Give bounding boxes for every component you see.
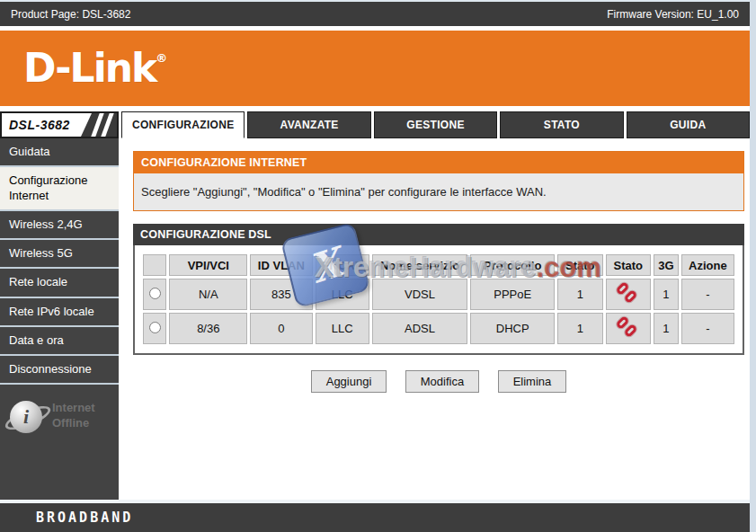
cell-azione: - <box>681 279 734 310</box>
router-admin-page: Product Page: DSL-3682 Firmware Version:… <box>0 0 750 532</box>
tab-stato[interactable]: STATO <box>500 111 623 138</box>
tab-guida[interactable]: GUIDA <box>627 111 750 138</box>
registered-mark: ® <box>156 51 167 65</box>
table-row: N/A 835 LLC VDSL PPPoE 1 1 - <box>143 279 734 310</box>
model-label: DSL-3682 <box>9 118 70 132</box>
col-select <box>143 254 166 276</box>
sidebar-item-guidata[interactable]: Guidata <box>0 138 119 165</box>
table-header-row: VPI/VCI ID VLAN ENCAP Nome servizio Prot… <box>143 254 734 276</box>
sidebar-nav: Guidata Configurazione Internet Wireless… <box>0 138 119 500</box>
broken-link-icon <box>618 282 639 304</box>
cell-encap: LLC <box>316 313 369 344</box>
section-title-dsl: CONFIGURAZIONE DSL <box>133 224 744 245</box>
broken-link-icon <box>618 316 639 338</box>
section-configurazione-internet: CONFIGURAZIONE INTERNET Scegliere "Aggiu… <box>133 151 744 211</box>
section-description: Scegliere "Aggiungi", "Modifica" o "Elim… <box>134 173 743 210</box>
cell-encap: LLC <box>316 279 369 310</box>
wan-table-container: VPI/VCI ID VLAN ENCAP Nome servizio Prot… <box>133 245 744 355</box>
sidebar-item-rete-ipv6-locale[interactable]: Rete IPv6 locale <box>0 298 119 325</box>
cell-stato: 1 <box>557 279 603 310</box>
cell-protocollo: PPPoE <box>470 279 555 310</box>
cell-link-status <box>606 313 652 344</box>
tab-configurazione[interactable]: CONFIGURAZIONE <box>121 111 245 138</box>
col-stato-2: Stato <box>606 254 652 276</box>
modifica-button[interactable]: Modifica <box>405 370 479 393</box>
elimina-button[interactable]: Elimina <box>498 370 567 393</box>
main-nav-tabs: DSL-3682 CONFIGURAZIONE AVANZATE GESTION… <box>0 111 750 138</box>
cell-nome-servizio: VDSL <box>372 279 468 310</box>
brand-header: D-Link® <box>0 31 750 106</box>
globe-info-icon: i <box>7 397 49 437</box>
col-encap: ENCAP <box>316 254 369 276</box>
dlink-logo: D-Link® <box>23 49 167 88</box>
product-page-label: Product Page: DSL-3682 <box>11 8 130 21</box>
table-row: 8/36 0 LLC ADSL DHCP 1 1 - <box>143 313 734 344</box>
footer-bar: BROADBAND <box>0 503 750 532</box>
cell-vpi-vci: N/A <box>169 279 247 310</box>
cell-3g: 1 <box>654 279 679 310</box>
sidebar-status-area: i Internet Offline <box>0 385 119 500</box>
aggiungi-button[interactable]: Aggiungi <box>311 370 387 393</box>
cell-3g: 1 <box>654 313 679 344</box>
col-3g: 3G <box>654 254 679 276</box>
cell-azione: - <box>681 313 734 344</box>
sidebar-item-disconnessione[interactable]: Disconnessione <box>0 356 119 383</box>
model-badge: DSL-3682 <box>0 111 119 138</box>
cell-link-status <box>606 279 652 310</box>
sidebar-item-rete-locale[interactable]: Rete locale <box>0 269 119 296</box>
tab-gestione[interactable]: GESTIONE <box>374 111 497 138</box>
internet-status: i Internet Offline <box>7 397 119 437</box>
wan-row-radio[interactable] <box>149 288 161 299</box>
broadband-logo: BROADBAND <box>36 510 133 526</box>
cell-id-vlan: 835 <box>250 279 312 310</box>
col-vpi-vci: VPI/VCI <box>169 254 247 276</box>
sidebar-item-configurazione-internet[interactable]: Configurazione Internet <box>0 167 119 209</box>
col-azione: Azione <box>681 254 734 276</box>
wan-interfaces-table: VPI/VCI ID VLAN ENCAP Nome servizio Prot… <box>140 252 737 347</box>
sidebar-item-data-e-ora[interactable]: Data e ora <box>0 327 119 354</box>
col-stato-1: Stato <box>557 254 603 276</box>
sidebar-item-wireless-24g[interactable]: Wireless 2,4G <box>0 211 119 238</box>
cell-vpi-vci: 8/36 <box>169 313 247 344</box>
cell-protocollo: DHCP <box>470 313 555 344</box>
col-nome-servizio: Nome servizio <box>372 254 468 276</box>
wan-row-radio[interactable] <box>149 322 161 333</box>
section-title-internet: CONFIGURAZIONE INTERNET <box>134 152 743 173</box>
cell-nome-servizio: ADSL <box>372 313 468 344</box>
action-buttons: Aggiungi Modifica Elimina <box>133 370 744 393</box>
main-content: CONFIGURAZIONE INTERNET Scegliere "Aggiu… <box>119 138 750 500</box>
col-protocollo: Protocollo <box>470 254 555 276</box>
cell-stato: 1 <box>557 313 603 344</box>
sidebar-item-wireless-5g[interactable]: Wireless 5G <box>0 240 119 267</box>
col-id-vlan: ID VLAN <box>250 254 312 276</box>
window-top-bar: Product Page: DSL-3682 Firmware Version:… <box>0 2 750 26</box>
internet-status-label: Internet Offline <box>52 401 95 431</box>
tab-avanzate[interactable]: AVANZATE <box>247 111 370 138</box>
firmware-version-label: Firmware Version: EU_1.00 <box>607 8 739 21</box>
cell-id-vlan: 0 <box>250 313 312 344</box>
